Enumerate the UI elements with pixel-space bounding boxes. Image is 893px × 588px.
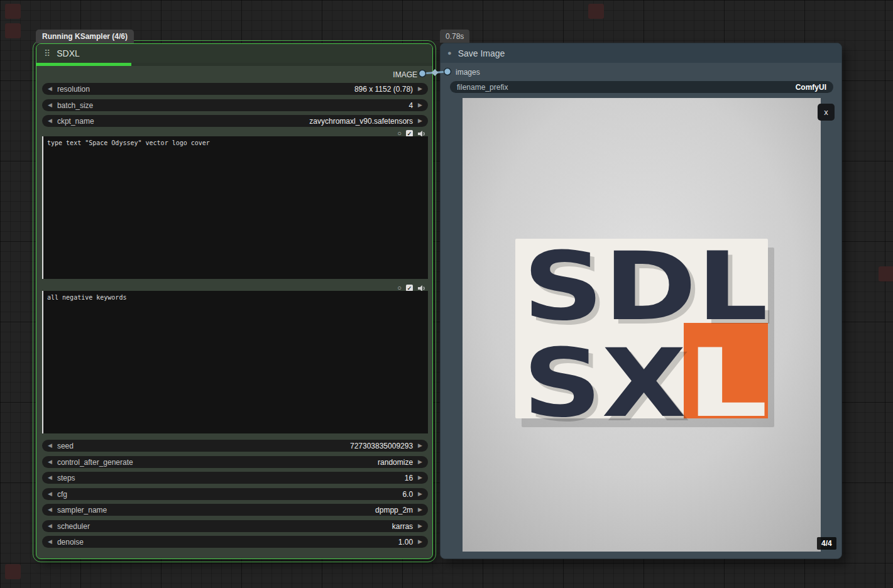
widget-label: scheduler xyxy=(57,522,90,531)
close-preview-button[interactable]: x xyxy=(818,104,835,121)
increment-arrow-icon[interactable]: ▶ xyxy=(418,443,422,449)
widget-label: steps xyxy=(57,474,75,482)
widget-label: batch_size xyxy=(57,101,93,110)
sdxl-node[interactable]: ⠿ SDXL IMAGE ◀ resolution 896 x 1152 (0.… xyxy=(36,43,433,559)
progress-bar xyxy=(36,63,432,66)
increment-arrow-icon[interactable]: ▶ xyxy=(418,86,422,92)
widget-resolution[interactable]: ◀ resolution 896 x 1152 (0.78) ▶ xyxy=(42,83,428,95)
widget-value: 16 xyxy=(405,474,413,482)
increment-arrow-icon[interactable]: ▶ xyxy=(418,459,422,465)
widget-value: 1.00 xyxy=(398,538,413,547)
progress-bar-fill xyxy=(36,63,131,66)
offscreen-node-marker xyxy=(5,564,21,579)
widget-label: sampler_name xyxy=(57,506,107,514)
artwork-line1: SDL xyxy=(523,232,768,341)
decrement-arrow-icon[interactable]: ◀ xyxy=(48,118,52,124)
images-input-slot-dot[interactable] xyxy=(444,68,451,75)
artwork-line2a: SX xyxy=(523,329,686,438)
widget-value: randomize xyxy=(378,458,413,467)
widget-label: cfg xyxy=(57,490,67,499)
widget-value: zavychromaxl_v90.safetensors xyxy=(309,117,413,126)
running-status-badge: Running KSampler (4/6) xyxy=(36,30,134,43)
widget-control-after-generate[interactable]: ◀ control_after_generate randomize ▶ xyxy=(42,456,428,468)
offscreen-node-marker xyxy=(588,4,604,19)
decrement-arrow-icon[interactable]: ◀ xyxy=(48,459,52,465)
widget-batch-size[interactable]: ◀ batch_size 4 ▶ xyxy=(42,99,428,111)
widget-label: ckpt_name xyxy=(57,117,94,126)
widget-steps[interactable]: ◀ steps 16 ▶ xyxy=(42,472,428,484)
decrement-arrow-icon[interactable]: ◀ xyxy=(48,491,52,497)
increment-arrow-icon[interactable]: ▶ xyxy=(418,102,422,108)
increment-arrow-icon[interactable]: ▶ xyxy=(418,539,422,545)
positive-prompt-textarea[interactable]: type text "Space Odyssey" vector logo co… xyxy=(42,136,428,279)
widget-label: filename_prefix xyxy=(457,83,508,92)
decrement-arrow-icon[interactable]: ◀ xyxy=(48,102,52,108)
widget-seed[interactable]: ◀ seed 727303835009293 ▶ xyxy=(42,440,428,452)
images-input-label: images xyxy=(456,68,480,77)
check-glyph: ✓ xyxy=(407,285,412,291)
increment-arrow-icon[interactable]: ▶ xyxy=(418,507,422,513)
offscreen-node-marker xyxy=(879,266,893,281)
comfyui-canvas[interactable]: Running KSampler (4/6) 0.78s ⠿ SDXL IMAG… xyxy=(0,0,893,588)
node-grip-icon: ⠿ xyxy=(44,49,50,58)
widget-label: control_after_generate xyxy=(57,458,133,467)
widget-denoise[interactable]: ◀ denoise 1.00 ▶ xyxy=(42,536,428,548)
widget-value: 896 x 1152 (0.78) xyxy=(354,85,413,94)
widget-scheduler[interactable]: ◀ scheduler karras ▶ xyxy=(42,520,428,532)
widget-value: 727303835009293 xyxy=(350,442,413,450)
negative-prompt-textarea[interactable]: all negative keywords xyxy=(42,291,428,433)
speaker-body xyxy=(418,285,422,291)
increment-arrow-icon[interactable]: ▶ xyxy=(418,523,422,529)
widget-ckpt-name[interactable]: ◀ ckpt_name zavychromaxl_v90.safetensors… xyxy=(42,115,428,127)
widget-value: dpmpp_2m xyxy=(375,506,413,514)
widget-filename-prefix[interactable]: filename_prefix ComfyUI xyxy=(450,81,833,93)
widget-sampler-name[interactable]: ◀ sampler_name dpmpp_2m ▶ xyxy=(42,504,428,516)
preview-artwork: SDL SDL SX SX L xyxy=(463,98,821,552)
speaker-body xyxy=(418,131,422,137)
increment-arrow-icon[interactable]: ▶ xyxy=(418,491,422,497)
image-output-label: IMAGE xyxy=(393,70,417,79)
image-page-indicator: 4/4 xyxy=(817,537,836,550)
node-collapse-icon[interactable]: ● xyxy=(447,50,452,57)
save-image-node[interactable]: ● Save Image images filename_prefix Comf… xyxy=(440,43,842,559)
decrement-arrow-icon[interactable]: ◀ xyxy=(48,86,52,92)
image-preview[interactable]: SDL SDL SX SX L xyxy=(463,98,821,552)
increment-arrow-icon[interactable]: ▶ xyxy=(418,475,422,481)
speaker-wave xyxy=(424,286,424,290)
decrement-arrow-icon[interactable]: ◀ xyxy=(48,523,52,529)
artwork-line2b: L xyxy=(686,329,768,438)
sdxl-node-header[interactable]: ⠿ SDXL xyxy=(36,44,432,63)
decrement-arrow-icon[interactable]: ◀ xyxy=(48,475,52,481)
execution-time-badge: 0.78s xyxy=(440,30,469,43)
widget-value: 4 xyxy=(408,101,413,110)
increment-arrow-icon[interactable]: ▶ xyxy=(418,118,422,124)
sdxl-node-title: SDXL xyxy=(57,48,80,58)
widget-value: karras xyxy=(392,522,413,531)
link-midpoint-diamond[interactable] xyxy=(432,69,439,76)
speaker-wave xyxy=(424,132,424,135)
widget-value: 6.0 xyxy=(402,490,413,499)
check-glyph: ✓ xyxy=(407,131,412,137)
image-output-slot-dot[interactable] xyxy=(419,70,426,77)
decrement-arrow-icon[interactable]: ◀ xyxy=(48,443,52,449)
offscreen-node-marker xyxy=(5,23,21,38)
widget-label: seed xyxy=(57,442,74,450)
save-image-node-header[interactable]: ● Save Image xyxy=(441,43,841,63)
decrement-arrow-icon[interactable]: ◀ xyxy=(48,539,52,545)
widget-label: resolution xyxy=(57,85,90,94)
widget-value: ComfyUI xyxy=(796,83,826,92)
offscreen-node-marker xyxy=(5,4,21,19)
node-link xyxy=(415,63,456,82)
widget-cfg[interactable]: ◀ cfg 6.0 ▶ xyxy=(42,488,428,500)
widget-label: denoise xyxy=(57,538,84,547)
decrement-arrow-icon[interactable]: ◀ xyxy=(48,507,52,513)
save-image-node-title: Save Image xyxy=(458,48,505,58)
